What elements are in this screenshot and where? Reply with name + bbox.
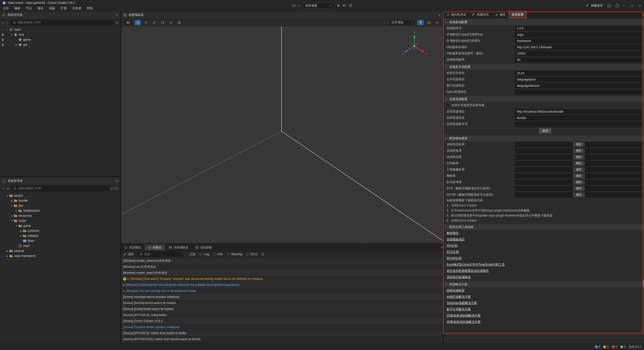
inspector-tab-2[interactable]: 服务 [492,11,509,18]
tree-node-game[interactable]: ▼game [0,223,120,228]
log-row[interactable]: [Scene] [PHYSICS]: switch from builtin t… [121,330,443,336]
chevron-down-icon[interactable]: ▼ [10,220,14,222]
log-row[interactable]: ▶[Window] You are running Vue in develop… [121,288,443,294]
solution-link[interactable]: Tiledmap地图解决方案 [447,301,477,305]
preview-image-button[interactable] [608,4,611,7]
solution-link[interactable]: 3D角色扮演游戏解决方案 [447,320,480,324]
text-input[interactable]: zh,en [515,71,641,76]
tree-node-common[interactable]: ▶common [0,228,120,233]
move-tool-icon[interactable] [135,20,141,25]
doc-link[interactable]: Excel格式转Json文件与TypeScript代码工具 [447,262,505,267]
inspector-tab-0[interactable]: 属性检查器 [444,11,469,18]
hierarchy-search-input[interactable]: 搜索名称或 UUID [10,20,114,25]
tree-node-internal[interactable]: ▶internal [0,248,120,253]
section-header[interactable]: ▼游戏基础配置 [444,19,644,25]
section-header[interactable]: ▼框架模块裁剪 [444,135,644,141]
chevron-down-icon[interactable]: ▼ [6,195,9,197]
section-header[interactable]: ▼游戏多语言配置 [444,64,644,70]
chevron-down-icon[interactable]: ▼ [15,225,18,227]
assets-filter-icon[interactable]: ≡ [111,187,113,190]
create-asset-button[interactable]: + [3,187,4,190]
chevron-right-icon[interactable]: ▶ [6,255,9,257]
text-input[interactable]: bundle [515,115,641,120]
text-input[interactable] [515,122,641,127]
scrollbar-thumb[interactable] [643,280,644,286]
gizmo-settings-icon[interactable] [434,20,440,25]
tree-node-libs[interactable]: ▼libs [0,203,120,208]
doc-link[interactable]: 动画状态机编辑器 [447,275,471,279]
tree-node-resources[interactable]: ▶resources [0,213,120,218]
tree-node-game[interactable]: game [0,37,120,42]
text-input[interactable]: http://192.168.0.150/main/ [515,45,641,50]
status-count-1[interactable]: 1 [603,345,609,348]
assets-search-input[interactable]: 搜索名称或 UUID [11,186,109,191]
log-row[interactable]: [Scene] meshopt wasm decoder initialized [121,294,443,300]
chevron-right-icon[interactable]: ▶ [19,235,23,237]
tree-node-bundle[interactable]: ▶bundle [0,198,120,203]
hierarchy-filter-icon[interactable]: ≡ [116,21,118,24]
tree-node-initialize[interactable]: ▶initialize [0,233,120,238]
checkbox[interactable]: ✓ [199,253,203,256]
log-row[interactable]: [Window] ecs文件夹存在 [121,264,443,270]
delete-button[interactable]: 删除 [573,180,585,185]
filter-Info[interactable]: ✓Info [213,252,223,256]
tree-node-seedrandom[interactable]: ▶seedrandom [0,208,120,213]
log-row[interactable]: [Window] model_view文件夹存在 [121,270,443,276]
refresh-icon[interactable] [115,187,118,190]
log-row[interactable]: [Scene] Cocos Creator v3.8.2 [121,318,443,324]
doc-link[interactable]: MVVM文档 [447,256,462,260]
remote-load-checkbox[interactable] [446,104,450,107]
log-row[interactable]: [Window] render_texture文件夹存在 [121,258,443,264]
rotate-tool-icon[interactable] [143,20,149,25]
chevron-right-icon[interactable]: ▶ [10,215,14,217]
doc-link[interactable]: 教程项目 [447,231,459,235]
tree-node-assets[interactable]: ▼assets [0,193,120,198]
solution-link[interactable]: 新手引导解决方案 [447,307,471,312]
text-input[interactable]: 60 [515,57,641,62]
rect-tool-icon[interactable] [159,20,166,25]
log-row[interactable]: [Scene] [PHYSICS2D]: switch from box2d-w… [121,336,443,342]
doc-link[interactable]: 游戏模板项目 [447,237,465,242]
step-button[interactable] [343,4,346,7]
expand-icon[interactable]: ▶ [128,278,129,280]
layout-button[interactable] [349,4,352,7]
checkbox[interactable]: ✓ [227,253,230,256]
console-tab-1[interactable]: 控制台 [145,244,165,251]
tree-node-root[interactable]: ▼root [0,32,120,37]
doc-link[interactable]: 原生包热更新配置自动生成插件 [447,269,489,273]
menu-item-1[interactable]: 编辑 [12,6,23,11]
delete-button[interactable]: 删除 [573,174,585,178]
solution-link[interactable]: 战棋游戏框架 [447,288,465,293]
text-input[interactable]: language/json [515,77,641,82]
panel-menu-icon[interactable]: ≡ [438,13,440,17]
sort-icon[interactable] [6,187,9,190]
tree-node-script[interactable]: ▼script [0,218,120,223]
panel-menu-icon[interactable]: ≡ [116,179,118,183]
solution-link[interactable]: 全栈开发解决方案 [447,295,471,299]
panel-menu-icon[interactable]: ≡ [441,245,443,249]
save-button[interactable]: 保存 [539,128,551,134]
expand-icon[interactable]: ▶ [123,284,125,286]
preview-platform-dropdown[interactable]: ▼ [292,4,300,7]
doc-link[interactable]: API文档 [447,244,457,248]
checkbox[interactable]: ✓ [213,253,216,256]
tree-node-gui[interactable]: ▶gui [0,42,120,47]
delete-button[interactable]: 删除 [573,193,585,197]
chevron-right-icon[interactable]: ▶ [19,230,23,232]
camera-icon[interactable] [426,20,432,25]
delete-button[interactable]: 删除 [573,167,585,172]
filter-Log[interactable]: ✓Log [199,252,209,256]
tree-node-main[interactable]: main [0,243,120,248]
filter-Warning[interactable]: ✓Warning [227,252,242,256]
log-row[interactable]: ▶[Window] Download the Vue Devtools exte… [121,282,443,288]
status-count-3[interactable]: 0 [620,345,626,348]
axis-gizmo[interactable]: Y X Z [401,31,429,58]
delete-button[interactable]: 删除 [573,155,585,159]
status-count-2[interactable]: 0 [612,345,617,348]
chevron-right-icon[interactable]: ▶ [15,210,18,212]
chevron-right-icon[interactable]: ▶ [6,250,9,252]
chevron-down-icon[interactable]: ▼ [10,34,14,36]
checkbox[interactable] [185,253,188,256]
menu-item-6[interactable]: 开发者 [69,6,84,11]
menu-item-5[interactable]: 扩展 [58,6,69,11]
